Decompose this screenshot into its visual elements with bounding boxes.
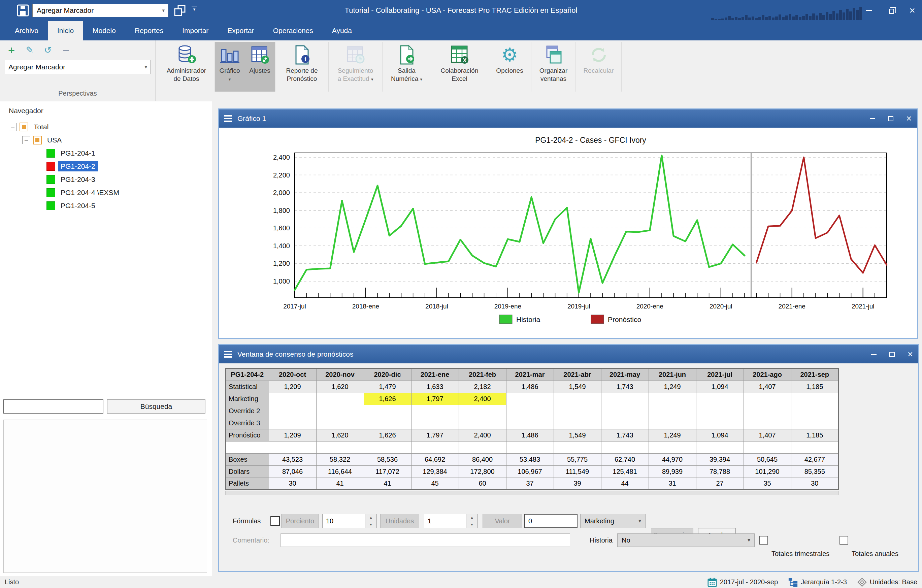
- cell-pronóstico-2021-sep[interactable]: 1,185: [791, 429, 839, 441]
- spin-up-icon[interactable]: ▲: [365, 514, 376, 521]
- tab-importar[interactable]: Importar: [173, 21, 218, 41]
- row-label-override-2[interactable]: Override 2: [226, 405, 269, 417]
- cell-marketing-2021-mar[interactable]: [506, 393, 554, 405]
- cell-dollars-2021-ago[interactable]: 101,290: [744, 466, 791, 477]
- app-minimize-button[interactable]: [864, 5, 874, 15]
- unidades-value-input[interactable]: [424, 514, 465, 528]
- cell-statistical-2021-jun[interactable]: 1,249: [649, 381, 696, 393]
- cell-pronóstico-2021-ene[interactable]: 1,797: [411, 429, 459, 441]
- cell-spacer-2020-dic[interactable]: [364, 441, 411, 453]
- cell-override-2-2021-ene[interactable]: [411, 405, 459, 417]
- cell-pronóstico-2021-jul[interactable]: 1,094: [696, 429, 744, 441]
- porciento-button[interactable]: Porciento: [281, 514, 319, 528]
- cell-marketing-2021-ago[interactable]: [744, 393, 791, 405]
- cell-statistical-2021-may[interactable]: 1,743: [601, 381, 649, 393]
- spin-down-icon[interactable]: ▼: [365, 521, 376, 528]
- cell-pallets-2021-feb[interactable]: 60: [459, 477, 506, 490]
- tab-ayuda[interactable]: Ayuda: [323, 21, 361, 41]
- totales-trimestrales-checkbox[interactable]: [759, 536, 768, 545]
- cell-spacer-2020-oct[interactable]: [269, 441, 316, 453]
- unidades-button[interactable]: Unidades: [380, 514, 419, 528]
- table-corner-header[interactable]: PG1-204-2: [226, 368, 269, 381]
- formulas-checkbox[interactable]: [270, 516, 280, 526]
- cell-statistical-2021-ene[interactable]: 1,633: [411, 381, 459, 393]
- cell-spacer-2021-abr[interactable]: [554, 441, 601, 453]
- cell-override-3-2021-jun[interactable]: [649, 417, 696, 429]
- unidades-stepper[interactable]: ▲▼: [424, 514, 478, 528]
- valor-button[interactable]: Valor: [482, 514, 522, 528]
- consensus-window-maximize-button[interactable]: [889, 352, 895, 357]
- cell-override-3-2020-nov[interactable]: [316, 417, 364, 429]
- cell-spacer-2021-ene[interactable]: [411, 441, 459, 453]
- cell-override-2-2021-sep[interactable]: [791, 405, 839, 417]
- column-header-2020-nov[interactable]: 2020-nov: [316, 368, 364, 381]
- cell-marketing-2021-sep[interactable]: [791, 393, 839, 405]
- cell-spacer-2021-feb[interactable]: [459, 441, 506, 453]
- column-header-2021-ene[interactable]: 2021-ene: [411, 368, 459, 381]
- row-label-pronóstico[interactable]: Pronóstico: [226, 429, 269, 441]
- porciento-value-input[interactable]: [323, 514, 365, 528]
- cell-override-2-2021-feb[interactable]: [459, 405, 506, 417]
- cell-marketing-2020-nov[interactable]: [316, 393, 364, 405]
- opciones-button[interactable]: ⚙Opciones: [488, 42, 531, 91]
- cell-override-2-2021-jun[interactable]: [649, 405, 696, 417]
- cell-pronóstico-2021-mar[interactable]: 1,486: [506, 429, 554, 441]
- spin-up-icon[interactable]: ▲: [466, 514, 477, 521]
- tree-item-pg1-204-2[interactable]: PG1-204-2: [6, 160, 205, 173]
- spin-down-icon[interactable]: ▼: [466, 521, 477, 528]
- tree-item-pg1-204-4-exsm[interactable]: PG1-204-4 \EXSM: [6, 186, 205, 199]
- cell-override-3-2021-ene[interactable]: [411, 417, 459, 429]
- cell-pronóstico-2020-dic[interactable]: 1,626: [364, 429, 411, 441]
- tree-item-usa[interactable]: –USA: [6, 133, 205, 147]
- tab-reportes[interactable]: Reportes: [125, 21, 173, 41]
- row-label-dollars[interactable]: Dollars: [226, 466, 269, 477]
- app-close-button[interactable]: ×: [907, 5, 917, 15]
- cell-override-3-2021-may[interactable]: [601, 417, 649, 429]
- cell-boxes-2021-abr[interactable]: 55,775: [554, 453, 601, 466]
- edit-marker-button[interactable]: ✎: [22, 42, 37, 57]
- cell-spacer-2021-may[interactable]: [601, 441, 649, 453]
- cell-pallets-2020-nov[interactable]: 41: [316, 477, 364, 490]
- cell-override-3-2020-dic[interactable]: [364, 417, 411, 429]
- historia-dropdown[interactable]: No ▾: [617, 533, 755, 547]
- cell-statistical-2021-abr[interactable]: 1,549: [554, 381, 601, 393]
- cell-override-3-2021-jul[interactable]: [696, 417, 744, 429]
- column-header-2021-mar[interactable]: 2021-mar: [506, 368, 554, 381]
- target-row-dropdown[interactable]: Marketing ▾: [580, 514, 646, 528]
- cell-override-2-2020-nov[interactable]: [316, 405, 364, 417]
- comentario-input[interactable]: [281, 533, 570, 547]
- quick-access-marker-combo[interactable]: Agregar Marcador ▾: [32, 4, 168, 17]
- cell-pallets-2021-ago[interactable]: 35: [744, 477, 791, 490]
- cell-dollars-2021-jul[interactable]: 78,788: [696, 466, 744, 477]
- cell-marketing-2021-may[interactable]: [601, 393, 649, 405]
- consensus-window-minimize-button[interactable]: [871, 354, 876, 355]
- cell-dollars-2020-dic[interactable]: 117,072: [364, 466, 411, 477]
- cell-dollars-2021-feb[interactable]: 172,800: [459, 466, 506, 477]
- chart-window-minimize-button[interactable]: [870, 118, 875, 119]
- cell-pronóstico-2020-oct[interactable]: 1,209: [269, 429, 316, 441]
- window-menu-icon[interactable]: [224, 115, 232, 122]
- cell-override-2-2020-oct[interactable]: [269, 405, 316, 417]
- status-units[interactable]: Unidades: Base: [857, 577, 917, 587]
- cell-pallets-2021-jun[interactable]: 31: [649, 477, 696, 490]
- app-restore-button[interactable]: [886, 5, 896, 15]
- customize-toolbar-icon[interactable]: ▾: [191, 6, 198, 11]
- column-header-2021-ago[interactable]: 2021-ago: [744, 368, 791, 381]
- column-header-2021-sep[interactable]: 2021-sep: [791, 368, 839, 381]
- cell-override-3-2021-mar[interactable]: [506, 417, 554, 429]
- cell-override-2-2021-may[interactable]: [601, 405, 649, 417]
- row-label-override-3[interactable]: Override 3: [226, 417, 269, 429]
- consensus-window-close-button[interactable]: ×: [907, 350, 913, 359]
- cell-statistical-2021-mar[interactable]: 1,486: [506, 381, 554, 393]
- cell-boxes-2021-sep[interactable]: 42,677: [791, 453, 839, 466]
- row-label-boxes[interactable]: Boxes: [226, 453, 269, 466]
- window-menu-icon[interactable]: [224, 351, 232, 358]
- organizar-ventanas-button[interactable]: Organizarventanas: [531, 42, 576, 91]
- cell-spacer-2021-jul[interactable]: [696, 441, 744, 453]
- column-header-2021-jun[interactable]: 2021-jun: [649, 368, 696, 381]
- colaboracion-excel-button[interactable]: XColaboraciónExcel: [431, 42, 488, 91]
- valor-input[interactable]: [524, 514, 577, 528]
- cell-statistical-2021-feb[interactable]: 2,182: [459, 381, 506, 393]
- cell-pallets-2020-dic[interactable]: 41: [364, 477, 411, 490]
- cell-boxes-2021-may[interactable]: 62,740: [601, 453, 649, 466]
